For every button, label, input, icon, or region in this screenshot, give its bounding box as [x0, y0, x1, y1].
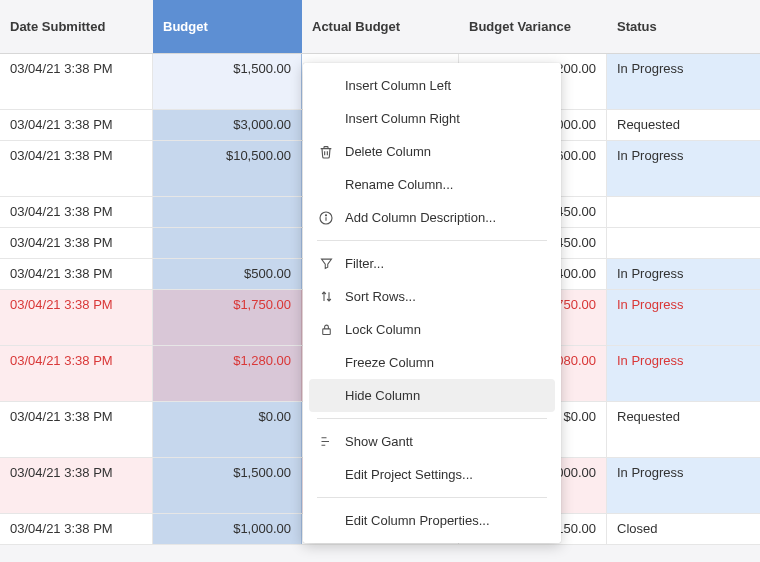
cell-date[interactable]: 03/04/21 3:38 PM: [0, 290, 153, 345]
cell-date[interactable]: 03/04/21 3:38 PM: [0, 458, 153, 513]
menu-lock-column-label: Lock Column: [345, 322, 421, 337]
cell-budget[interactable]: $1,000.00: [153, 514, 302, 544]
cell-status[interactable]: Closed: [607, 514, 760, 544]
cell-date[interactable]: 03/04/21 3:38 PM: [0, 514, 153, 544]
cell-status[interactable]: Requested: [607, 402, 760, 457]
menu-insert-column-right[interactable]: Insert Column Right: [303, 102, 561, 135]
filter-icon: [317, 256, 335, 271]
cell-budget[interactable]: $1,500.00: [153, 54, 302, 109]
cell-status[interactable]: In Progress: [607, 346, 760, 401]
svg-rect-3: [322, 329, 330, 335]
cell-date[interactable]: 03/04/21 3:38 PM: [0, 110, 153, 140]
menu-edit-column-properties-label: Edit Column Properties...: [345, 513, 490, 528]
cell-date[interactable]: 03/04/21 3:38 PM: [0, 259, 153, 289]
menu-insert-column-right-label: Insert Column Right: [345, 111, 460, 126]
cell-budget[interactable]: [153, 197, 302, 227]
menu-add-column-description[interactable]: Add Column Description...: [303, 201, 561, 234]
cell-status[interactable]: Requested: [607, 110, 760, 140]
info-icon: [317, 210, 335, 226]
cell-budget[interactable]: $0.00: [153, 402, 302, 457]
cell-budget[interactable]: $1,500.00: [153, 458, 302, 513]
header-status[interactable]: Status: [607, 0, 760, 53]
table-header-row: Date Submitted Budget Actual Budget Budg…: [0, 0, 760, 54]
gantt-icon: [317, 434, 335, 449]
menu-sort-rows-label: Sort Rows...: [345, 289, 416, 304]
header-budget-variance[interactable]: Budget Variance: [459, 0, 607, 53]
menu-edit-project-settings-label: Edit Project Settings...: [345, 467, 473, 482]
cell-budget[interactable]: $10,500.00: [153, 141, 302, 196]
cell-date[interactable]: 03/04/21 3:38 PM: [0, 141, 153, 196]
cell-budget[interactable]: $3,000.00: [153, 110, 302, 140]
cell-status[interactable]: In Progress: [607, 54, 760, 109]
menu-edit-project-settings[interactable]: Edit Project Settings...: [303, 458, 561, 491]
menu-divider: [317, 418, 547, 419]
cell-status[interactable]: In Progress: [607, 458, 760, 513]
cell-date[interactable]: 03/04/21 3:38 PM: [0, 402, 153, 457]
cell-status[interactable]: In Progress: [607, 259, 760, 289]
menu-divider: [317, 497, 547, 498]
menu-hide-column[interactable]: Hide Column: [309, 379, 555, 412]
menu-freeze-column-label: Freeze Column: [345, 355, 434, 370]
header-date-submitted[interactable]: Date Submitted: [0, 0, 153, 53]
menu-show-gantt-label: Show Gantt: [345, 434, 413, 449]
cell-date[interactable]: 03/04/21 3:38 PM: [0, 346, 153, 401]
cell-budget[interactable]: $500.00: [153, 259, 302, 289]
menu-delete-column[interactable]: Delete Column: [303, 135, 561, 168]
menu-lock-column[interactable]: Lock Column: [303, 313, 561, 346]
header-budget[interactable]: Budget: [153, 0, 302, 53]
menu-insert-column-left-label: Insert Column Left: [345, 78, 451, 93]
cell-status[interactable]: In Progress: [607, 290, 760, 345]
sort-icon: [317, 289, 335, 304]
svg-point-2: [325, 214, 326, 215]
menu-hide-column-label: Hide Column: [345, 388, 420, 403]
cell-date[interactable]: 03/04/21 3:38 PM: [0, 54, 153, 109]
cell-status[interactable]: [607, 228, 760, 258]
cell-budget[interactable]: $1,280.00: [153, 346, 302, 401]
cell-date[interactable]: 03/04/21 3:38 PM: [0, 197, 153, 227]
menu-rename-column[interactable]: Rename Column...: [303, 168, 561, 201]
menu-show-gantt[interactable]: Show Gantt: [303, 425, 561, 458]
cell-budget[interactable]: [153, 228, 302, 258]
menu-freeze-column[interactable]: Freeze Column: [303, 346, 561, 379]
menu-add-column-description-label: Add Column Description...: [345, 210, 496, 225]
menu-filter-label: Filter...: [345, 256, 384, 271]
lock-icon: [317, 322, 335, 337]
menu-divider: [317, 240, 547, 241]
column-context-menu: Insert Column Left Insert Column Right D…: [303, 63, 561, 543]
menu-delete-column-label: Delete Column: [345, 144, 431, 159]
menu-insert-column-left[interactable]: Insert Column Left: [303, 69, 561, 102]
cell-budget[interactable]: $1,750.00: [153, 290, 302, 345]
menu-filter[interactable]: Filter...: [303, 247, 561, 280]
menu-edit-column-properties[interactable]: Edit Column Properties...: [303, 504, 561, 537]
menu-rename-column-label: Rename Column...: [345, 177, 453, 192]
cell-date[interactable]: 03/04/21 3:38 PM: [0, 228, 153, 258]
cell-status[interactable]: In Progress: [607, 141, 760, 196]
header-actual-budget[interactable]: Actual Budget: [302, 0, 459, 53]
menu-sort-rows[interactable]: Sort Rows...: [303, 280, 561, 313]
cell-status[interactable]: [607, 197, 760, 227]
trash-icon: [317, 144, 335, 160]
